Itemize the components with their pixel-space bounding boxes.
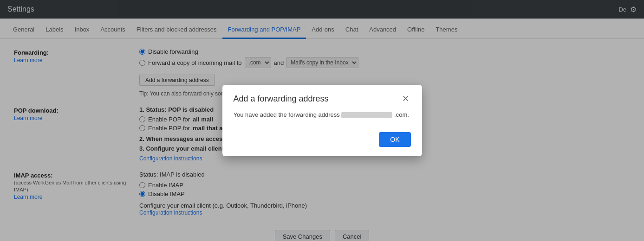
dialog-body: You have added the forwarding address .c… [222, 108, 422, 129]
dialog-ok-button[interactable]: OK [379, 132, 410, 147]
dialog-title: Add a forwarding address [234, 94, 329, 104]
dialog-body-before: You have added the forwarding address [234, 111, 340, 118]
dialog-overlay: Add a forwarding address ✕ You have adde… [0, 0, 644, 241]
dialog-header: Add a forwarding address ✕ [222, 85, 422, 108]
dialog-email-blurred [341, 112, 392, 118]
dialog-footer: OK [222, 128, 422, 156]
dialog-close-button[interactable]: ✕ [400, 95, 411, 103]
add-forwarding-dialog: Add a forwarding address ✕ You have adde… [222, 85, 422, 157]
dialog-body-after: .com. [394, 111, 409, 118]
